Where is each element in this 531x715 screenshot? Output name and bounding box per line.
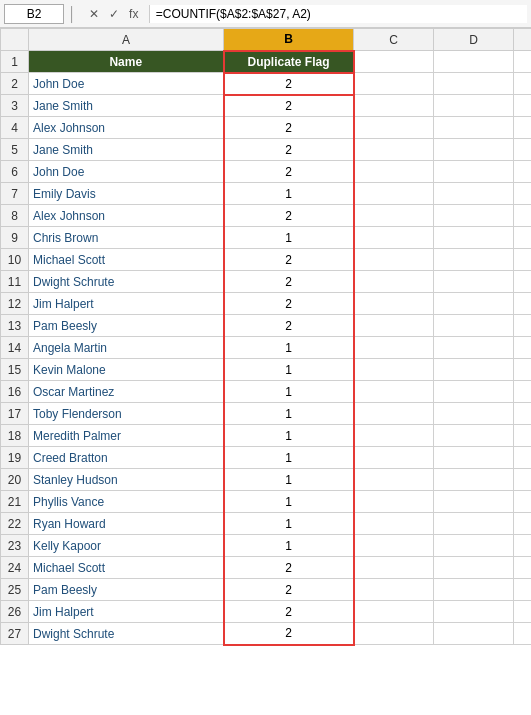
name-cell[interactable]: Pam Beesly	[29, 579, 224, 601]
col-d-cell	[434, 381, 514, 403]
insert-function-icon[interactable]: fx	[125, 5, 143, 23]
name-cell[interactable]: Michael Scott	[29, 249, 224, 271]
flag-cell[interactable]: 1	[224, 535, 354, 557]
col-a-header[interactable]: Name	[29, 51, 224, 73]
flag-cell[interactable]: 1	[224, 227, 354, 249]
name-cell[interactable]: Ryan Howard	[29, 513, 224, 535]
flag-cell[interactable]: 1	[224, 337, 354, 359]
name-cell[interactable]: Phyllis Vance	[29, 491, 224, 513]
col-header-a[interactable]: A	[29, 29, 224, 51]
col-d-cell	[434, 579, 514, 601]
table-row: 25Pam Beesly2	[1, 579, 532, 601]
name-cell[interactable]: Jane Smith	[29, 139, 224, 161]
cancel-formula-icon[interactable]: ✕	[85, 5, 103, 23]
confirm-formula-icon[interactable]: ✓	[105, 5, 123, 23]
flag-cell[interactable]: 1	[224, 403, 354, 425]
name-cell[interactable]: John Doe	[29, 161, 224, 183]
table-row: 14Angela Martin1	[1, 337, 532, 359]
name-cell[interactable]: Alex Johnson	[29, 205, 224, 227]
flag-cell[interactable]: 1	[224, 513, 354, 535]
name-cell[interactable]: Jim Halpert	[29, 293, 224, 315]
col-e-cell	[514, 95, 532, 117]
name-cell[interactable]: Dwight Schrute	[29, 623, 224, 645]
col-e-cell	[514, 205, 532, 227]
flag-cell[interactable]: 1	[224, 491, 354, 513]
col-c-cell	[354, 601, 434, 623]
name-cell[interactable]: John Doe	[29, 73, 224, 95]
name-cell[interactable]: Toby Flenderson	[29, 403, 224, 425]
table-row: 4Alex Johnson2	[1, 117, 532, 139]
name-cell[interactable]: Chris Brown	[29, 227, 224, 249]
name-cell[interactable]: Jane Smith	[29, 95, 224, 117]
row-num-11: 11	[1, 271, 29, 293]
table-row: 19Creed Bratton1	[1, 447, 532, 469]
name-cell[interactable]: Creed Bratton	[29, 447, 224, 469]
flag-cell[interactable]: 2	[224, 579, 354, 601]
col-d-cell	[434, 535, 514, 557]
col-c-cell	[354, 491, 434, 513]
col-e-cell	[514, 161, 532, 183]
flag-cell[interactable]: 2	[224, 315, 354, 337]
flag-cell[interactable]: 1	[224, 425, 354, 447]
col-c-cell	[354, 205, 434, 227]
col-e-cell	[514, 447, 532, 469]
col-header-b[interactable]: B	[224, 29, 354, 51]
name-cell[interactable]: Michael Scott	[29, 557, 224, 579]
table-row: 7Emily Davis1	[1, 183, 532, 205]
flag-cell[interactable]: 1	[224, 183, 354, 205]
table-row: 5Jane Smith2	[1, 139, 532, 161]
name-cell[interactable]: Oscar Martinez	[29, 381, 224, 403]
flag-cell[interactable]: 2	[224, 73, 354, 95]
cell-reference-box[interactable]: B2	[4, 4, 64, 24]
flag-cell[interactable]: 1	[224, 381, 354, 403]
name-cell[interactable]: Dwight Schrute	[29, 271, 224, 293]
header-row: 1 Name Duplicate Flag	[1, 51, 532, 73]
col-d-cell	[434, 425, 514, 447]
table-row: 18Meredith Palmer1	[1, 425, 532, 447]
flag-cell[interactable]: 2	[224, 623, 354, 645]
col-b-header[interactable]: Duplicate Flag	[224, 51, 354, 73]
flag-cell[interactable]: 2	[224, 601, 354, 623]
row-num-2: 2	[1, 73, 29, 95]
flag-cell[interactable]: 2	[224, 139, 354, 161]
flag-cell[interactable]: 1	[224, 447, 354, 469]
flag-cell[interactable]: 1	[224, 359, 354, 381]
name-cell[interactable]: Alex Johnson	[29, 117, 224, 139]
flag-cell[interactable]: 2	[224, 249, 354, 271]
flag-cell[interactable]: 2	[224, 95, 354, 117]
flag-cell[interactable]: 2	[224, 205, 354, 227]
col-c-cell	[354, 403, 434, 425]
col-e-cell	[514, 491, 532, 513]
col-c-cell	[354, 425, 434, 447]
col-header-d[interactable]: D	[434, 29, 514, 51]
flag-cell[interactable]: 2	[224, 557, 354, 579]
name-cell[interactable]: Angela Martin	[29, 337, 224, 359]
col-header-e[interactable]: E	[514, 29, 532, 51]
col-e-cell	[514, 623, 532, 645]
flag-cell[interactable]: 2	[224, 293, 354, 315]
col-e-cell	[514, 271, 532, 293]
col-d-cell	[434, 73, 514, 95]
col-header-c[interactable]: C	[354, 29, 434, 51]
flag-cell[interactable]: 1	[224, 469, 354, 491]
formula-input[interactable]	[149, 5, 527, 23]
name-cell[interactable]: Kevin Malone	[29, 359, 224, 381]
name-cell[interactable]: Jim Halpert	[29, 601, 224, 623]
flag-cell[interactable]: 2	[224, 161, 354, 183]
table-row: 13Pam Beesly2	[1, 315, 532, 337]
col-d-cell	[434, 271, 514, 293]
col-e-cell	[514, 249, 532, 271]
name-cell[interactable]: Stanley Hudson	[29, 469, 224, 491]
col-c-cell	[354, 117, 434, 139]
col-d-cell	[434, 403, 514, 425]
col-e-cell	[514, 139, 532, 161]
row-num-16: 16	[1, 381, 29, 403]
name-cell[interactable]: Meredith Palmer	[29, 425, 224, 447]
name-cell[interactable]: Pam Beesly	[29, 315, 224, 337]
col-c-cell	[354, 161, 434, 183]
flag-cell[interactable]: 2	[224, 271, 354, 293]
name-cell[interactable]: Kelly Kapoor	[29, 535, 224, 557]
table-row: 16Oscar Martinez1	[1, 381, 532, 403]
flag-cell[interactable]: 2	[224, 117, 354, 139]
name-cell[interactable]: Emily Davis	[29, 183, 224, 205]
